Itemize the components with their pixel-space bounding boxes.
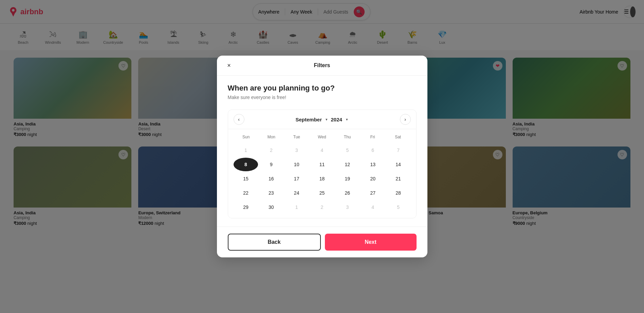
calendar-day[interactable]: 15 [234, 172, 258, 185]
calendar-day: 2 [259, 143, 283, 157]
weekday-label: Mon [259, 133, 284, 141]
calendar-day: 4 [361, 200, 385, 214]
modal-overlay[interactable]: × Filters When are you planning to go? M… [0, 0, 644, 235]
calendar-days: 1234567891011121314151617181920212223242… [234, 143, 411, 214]
calendar-day[interactable]: 26 [335, 186, 360, 200]
calendar-weekdays: SunMonTueWedThuFriSat [234, 133, 411, 141]
calendar-day[interactable]: 16 [259, 172, 283, 185]
calendar-day[interactable]: 10 [284, 158, 309, 171]
calendar-day: 3 [284, 143, 309, 157]
calendar-day[interactable]: 18 [310, 172, 334, 185]
modal-subtitle: Make sure everyone is free! [228, 95, 417, 100]
year-select-wrapper: 2024 [331, 117, 349, 122]
calendar-day[interactable]: 28 [386, 186, 411, 200]
calendar-next-button[interactable]: › [400, 114, 411, 125]
calendar-month-year: September 2024 [296, 117, 349, 122]
calendar-day[interactable]: 14 [386, 158, 411, 171]
modal-header: × Filters [217, 56, 427, 76]
calendar-day: 6 [361, 143, 385, 157]
modal-footer: Back Next [217, 227, 427, 235]
month-select[interactable]: September [296, 117, 328, 122]
weekday-label: Thu [335, 133, 360, 141]
calendar-day[interactable]: 21 [386, 172, 411, 185]
month-select-wrapper: September [296, 117, 328, 122]
calendar-header: ‹ September 2024 › [228, 110, 416, 129]
calendar-day: 3 [335, 200, 360, 214]
weekday-label: Fri [360, 133, 385, 141]
modal-title: Filters [314, 62, 330, 69]
next-button[interactable]: Next [325, 234, 417, 235]
weekday-label: Wed [309, 133, 335, 141]
calendar-day[interactable]: 30 [259, 200, 283, 214]
calendar-day[interactable]: 20 [361, 172, 385, 185]
weekday-label: Sun [234, 133, 259, 141]
modal-question: When are you planning to go? [228, 84, 417, 93]
calendar-day[interactable]: 8 [234, 158, 258, 171]
calendar-day[interactable]: 23 [259, 186, 283, 200]
weekday-label: Tue [284, 133, 310, 141]
calendar-day[interactable]: 24 [284, 186, 309, 200]
calendar-day[interactable]: 11 [310, 158, 334, 171]
calendar-day[interactable]: 9 [259, 158, 283, 171]
calendar-day[interactable]: 25 [310, 186, 334, 200]
calendar-day[interactable]: 13 [361, 158, 385, 171]
year-select[interactable]: 2024 [331, 117, 349, 122]
calendar-day[interactable]: 29 [234, 200, 258, 214]
calendar-day[interactable]: 17 [284, 172, 309, 185]
calendar: ‹ September 2024 › [228, 110, 417, 218]
calendar-day: 5 [386, 200, 411, 214]
calendar-day: 4 [310, 143, 334, 157]
modal-body: When are you planning to go? Make sure e… [217, 76, 427, 227]
weekday-label: Sat [385, 133, 411, 141]
calendar-day: 1 [234, 143, 258, 157]
back-button[interactable]: Back [228, 234, 321, 235]
filters-modal: × Filters When are you planning to go? M… [217, 56, 427, 235]
calendar-grid: SunMonTueWedThuFriSat 123456789101112131… [228, 129, 416, 218]
calendar-day[interactable]: 12 [335, 158, 360, 171]
calendar-day: 5 [335, 143, 360, 157]
calendar-prev-button[interactable]: ‹ [234, 114, 244, 125]
calendar-day: 7 [386, 143, 411, 157]
calendar-day: 2 [310, 200, 334, 214]
calendar-day[interactable]: 22 [234, 186, 258, 200]
calendar-day[interactable]: 27 [361, 186, 385, 200]
calendar-day[interactable]: 19 [335, 172, 360, 185]
calendar-day: 1 [284, 200, 309, 214]
close-button[interactable]: × [224, 60, 235, 71]
